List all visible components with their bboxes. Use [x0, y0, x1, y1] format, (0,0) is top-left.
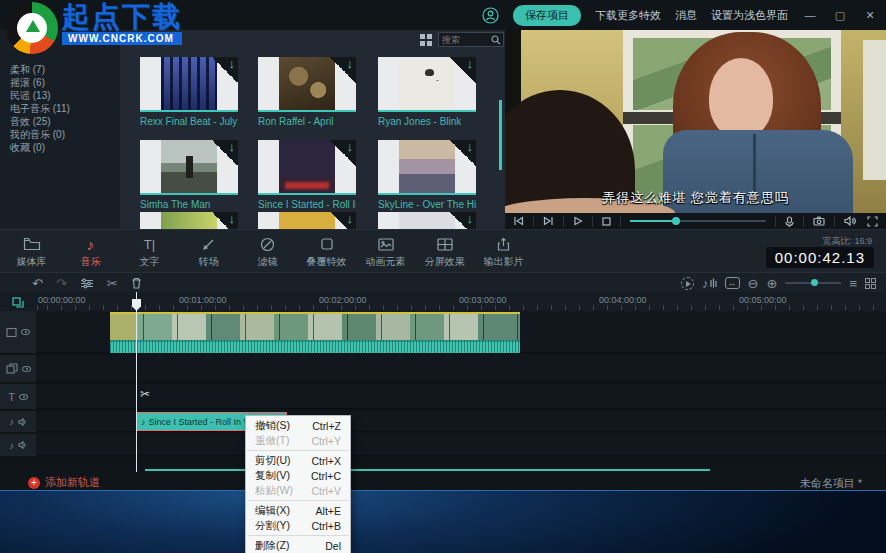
music-card[interactable]: ↓ — [378, 212, 476, 229]
menu-item-copy[interactable]: 复制(V)Ctrl+C — [246, 468, 350, 483]
player-controls — [505, 213, 886, 229]
delete-icon[interactable] — [131, 277, 142, 289]
music-card[interactable]: ↓ SkyLine - Over The Hills — [378, 140, 476, 210]
add-track-button[interactable]: + 添加新轨道 — [28, 475, 100, 490]
music-track-lane-2[interactable] — [36, 434, 886, 456]
music-card[interactable]: ↓ — [258, 212, 356, 229]
current-timecode: 00:00:42.13 — [766, 247, 874, 268]
account-icon[interactable] — [482, 7, 499, 24]
download-icon[interactable]: ↓ — [229, 57, 236, 71]
music-card[interactable]: ↓ Rexx Final Beat - July — [140, 57, 238, 127]
download-icon[interactable]: ↓ — [229, 212, 236, 226]
seek-slider[interactable] — [630, 220, 766, 222]
close-button[interactable]: ✕ — [862, 9, 878, 22]
stop-button[interactable] — [602, 217, 611, 226]
tab-transitions[interactable]: 转场 — [179, 233, 238, 269]
track-title: Since I Started - Roll In Vi... — [258, 199, 356, 210]
download-icon[interactable]: ↓ — [467, 212, 474, 226]
category-item[interactable]: 电子音乐 (11) — [10, 102, 70, 116]
download-icon[interactable]: ↓ — [347, 140, 354, 154]
text-track-header: T — [0, 384, 36, 409]
split-scissors-icon[interactable]: ✂ — [107, 277, 118, 290]
music-card[interactable]: ↓ Ron Raffel - April — [258, 57, 356, 127]
ruler-label: 00:01:00:00 — [179, 295, 227, 305]
download-icon[interactable]: ↓ — [467, 57, 474, 71]
volume-icon[interactable] — [844, 216, 856, 226]
undo-icon[interactable]: ↶ — [32, 277, 43, 290]
album-art — [279, 212, 335, 229]
category-item[interactable]: 摇滚 (6) — [10, 76, 45, 90]
visibility-toggle-icon[interactable] — [19, 394, 28, 400]
download-icon[interactable]: ↓ — [467, 140, 474, 154]
track-list-icon[interactable]: ≡ — [849, 277, 857, 290]
download-icon[interactable]: ↓ — [229, 140, 236, 154]
menu-item-cut[interactable]: 剪切(U)Ctrl+X — [246, 453, 350, 468]
messages-button[interactable]: 消息 — [675, 8, 697, 23]
timeline-tracks: T ♪ ♪ ✂ ♪ Since I Started - Roll In Vi..… — [0, 311, 886, 467]
track-grid-icon[interactable] — [865, 278, 876, 289]
speaker-icon[interactable] — [18, 418, 27, 426]
tab-split-screen[interactable]: 分屏效果 — [415, 233, 474, 269]
grid-scrollbar[interactable] — [499, 100, 502, 170]
search-input[interactable] — [439, 35, 491, 45]
render-preview-icon[interactable] — [681, 277, 694, 290]
card-accent — [258, 193, 356, 195]
album-art — [399, 212, 455, 229]
zoom-in-icon[interactable]: ⊕ — [767, 277, 778, 290]
menu-item-delete[interactable]: 删除(Z)Del — [246, 538, 350, 553]
filter-icon — [260, 236, 275, 252]
category-item[interactable]: 柔和 (7) — [10, 63, 45, 77]
speaker-icon[interactable] — [18, 441, 27, 449]
music-card[interactable]: ↓ Since I Started - Roll In Vi... — [258, 140, 356, 210]
text-track-lane[interactable] — [36, 384, 886, 409]
pip-track-lane[interactable] — [36, 355, 886, 382]
category-item[interactable]: 我的音乐 (0) — [10, 128, 65, 142]
tab-export[interactable]: 输出影片 — [474, 233, 533, 269]
snapshot-icon[interactable] — [813, 216, 825, 226]
tab-elements[interactable]: 动画元素 — [356, 233, 415, 269]
play-button[interactable] — [573, 216, 583, 226]
visibility-toggle-icon[interactable] — [22, 366, 31, 372]
seek-knob[interactable] — [672, 217, 680, 225]
video-clip[interactable] — [110, 312, 520, 353]
tab-filters[interactable]: 滤镜 — [238, 233, 297, 269]
tab-text[interactable]: T| 文字 — [120, 233, 179, 269]
save-project-button[interactable]: 保存项目 — [513, 5, 581, 26]
category-item[interactable]: 收藏 (0) — [10, 141, 45, 155]
tab-media-library[interactable]: 媒体库 — [2, 233, 61, 269]
maximize-button[interactable]: ▢ — [832, 9, 848, 22]
fullscreen-icon[interactable] — [867, 216, 878, 227]
category-item[interactable]: 民谣 (13) — [10, 89, 51, 103]
music-card[interactable]: ↓ Ryan Jones - Blink — [378, 57, 476, 127]
music-card[interactable]: ↓ — [140, 212, 238, 229]
record-voiceover-icon[interactable] — [785, 216, 794, 227]
playhead[interactable] — [136, 292, 137, 472]
zoom-fit-icon[interactable]: ↔ — [725, 277, 740, 289]
menu-item-edit[interactable]: 编辑(X)Alt+E — [246, 503, 350, 518]
download-more-effects-button[interactable]: 下载更多特效 — [595, 8, 661, 23]
menu-item-undo[interactable]: 撤销(S)Ctrl+Z — [246, 418, 350, 433]
previous-frame-button[interactable] — [513, 216, 524, 226]
menu-item-split[interactable]: 分割(Y)Ctrl+B — [246, 518, 350, 533]
timeline-scrollbar[interactable] — [145, 469, 710, 471]
file-fold: ↓ — [450, 212, 476, 229]
grid-view-icon[interactable] — [420, 34, 425, 39]
menu-separator — [247, 535, 349, 536]
track-title: Rexx Final Beat - July — [140, 116, 238, 127]
light-theme-button[interactable]: 设置为浅色界面 — [711, 8, 788, 23]
timeline-zoom-slider[interactable] — [785, 282, 841, 284]
audio-mixer-icon[interactable]: ♪ — [702, 277, 717, 290]
zoom-out-icon[interactable]: ⊖ — [748, 277, 759, 290]
visibility-toggle-icon[interactable] — [21, 329, 30, 335]
tab-overlays[interactable]: 叠覆特效 — [297, 233, 356, 269]
next-frame-button[interactable] — [543, 216, 554, 226]
tab-music[interactable]: ♪ 音乐 — [61, 233, 120, 269]
download-icon[interactable]: ↓ — [347, 212, 354, 226]
download-icon[interactable]: ↓ — [347, 57, 354, 71]
ruler-label: 00:05:00:00 — [739, 295, 787, 305]
overlay-icon — [320, 236, 334, 252]
music-card[interactable]: ↓ Simha The Man — [140, 140, 238, 210]
category-item[interactable]: 音效 (25) — [10, 115, 51, 129]
minimize-button[interactable]: — — [802, 9, 818, 21]
adjust-icon[interactable] — [80, 278, 94, 289]
